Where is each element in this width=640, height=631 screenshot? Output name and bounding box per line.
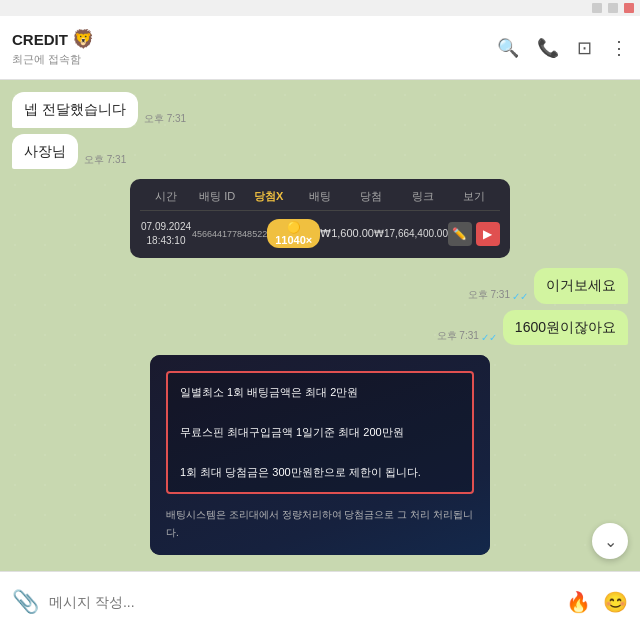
col-time: 시간	[140, 189, 191, 204]
play-button[interactable]: ▶	[476, 222, 500, 246]
header-info: CREDIT 🦁 최근에 접속함	[12, 28, 497, 67]
chat-header: CREDIT 🦁 최근에 접속함 🔍 📞 ⊡ ⋮	[0, 16, 640, 80]
minimize-button[interactable]	[592, 3, 602, 13]
message-bubble: 이거보세요	[534, 268, 628, 304]
received-message-1: 넵 전달했습니다 오후 7:31	[12, 92, 186, 128]
image-card-content: 일별최소 1회 배팅금액은 최대 2만원 무료스핀 최대구입금액 1일기준 최대…	[150, 355, 490, 555]
message-time: 오후 7:31	[144, 112, 186, 126]
message-time: 오후 7:31 ✓✓	[437, 329, 497, 343]
message-time: 오후 7:31	[84, 153, 126, 167]
col-link: 링크	[397, 189, 448, 204]
sent-message-1: 이거보세요 오후 7:31 ✓✓	[468, 268, 628, 304]
image-card-body: 배팅시스템은 조리대에서 정량처리하여 당첨금으로 그 처리 처리됩니다. 미는…	[166, 506, 474, 555]
close-button[interactable]	[624, 3, 634, 13]
chevron-down-icon: ⌄	[604, 532, 617, 551]
image-card: 일별최소 1회 배팅금액은 최대 2만원 무료스핀 최대구입금액 1일기준 최대…	[150, 355, 490, 555]
received-message-2: 사장님 오후 7:31	[12, 134, 126, 170]
red-box: 일별최소 1회 배팅금액은 최대 2만원 무료스핀 최대구입금액 1일기준 최대…	[166, 371, 474, 494]
title-bar	[0, 0, 640, 16]
multiplier-badge: 🟡 11040×	[267, 219, 320, 248]
col-view: 보기	[449, 189, 500, 204]
message-input[interactable]	[49, 594, 556, 610]
red-box-text: 일별최소 1회 배팅금액은 최대 2만원 무료스핀 최대구입금액 1일기준 최대…	[180, 383, 460, 482]
col-bet: 배팅	[294, 189, 345, 204]
edit-button[interactable]: ✏️	[448, 222, 472, 246]
col-win: 당첨	[346, 189, 397, 204]
row-multiplier: 🟡 11040×	[267, 219, 320, 248]
col-multiplier: 당첨X	[243, 189, 294, 204]
message-time: 오후 7:31 ✓✓	[468, 288, 528, 302]
row-time: 07.09.202418:43:10	[140, 220, 192, 248]
message-bubble: 사장님	[12, 134, 78, 170]
betting-card-row: 07.09.202418:43:10 456644177848522 🟡 110…	[140, 219, 500, 248]
header-title-row: CREDIT 🦁	[12, 28, 497, 50]
attach-icon[interactable]: 📎	[12, 589, 39, 615]
betting-card: 시간 배팅 ID 당첨X 배팅 당첨 링크 보기 07.09.202418:43…	[130, 179, 510, 258]
message-text: 사장님	[24, 143, 66, 159]
more-icon[interactable]: ⋮	[610, 37, 628, 59]
fire-icon[interactable]: 🔥	[566, 590, 591, 614]
betting-card-header: 시간 배팅 ID 당첨X 배팅 당첨 링크 보기	[140, 189, 500, 211]
read-check-icon: ✓✓	[512, 291, 528, 302]
messages-container: 넵 전달했습니다 오후 7:31 사장님 오후 7:31 시간 배팅 ID 당첨…	[0, 80, 640, 571]
chat-title: CREDIT	[12, 31, 68, 48]
input-bar: 📎 🔥 😊	[0, 571, 640, 631]
maximize-button[interactable]	[608, 3, 618, 13]
read-check-icon: ✓✓	[481, 332, 497, 343]
header-subtitle: 최근에 접속함	[12, 52, 497, 67]
message-bubble: 1600원이잖아요	[503, 310, 628, 346]
row-actions: ✏️ ▶	[448, 222, 500, 246]
message-bubble: 넵 전달했습니다	[12, 92, 138, 128]
search-icon[interactable]: 🔍	[497, 37, 519, 59]
title-emoji: 🦁	[72, 28, 94, 50]
message-text: 1600원이잖아요	[515, 319, 616, 335]
emoji-icon[interactable]: 😊	[603, 590, 628, 614]
row-bet: ₩1,600.00	[320, 227, 374, 240]
row-win: ₩17,664,400.00	[374, 228, 448, 239]
col-id: 배팅 ID	[191, 189, 242, 204]
row-id: 456644177848522	[192, 229, 267, 239]
phone-icon[interactable]: 📞	[537, 37, 559, 59]
header-icons: 🔍 📞 ⊡ ⋮	[497, 37, 628, 59]
layout-icon[interactable]: ⊡	[577, 37, 592, 59]
scroll-to-bottom-button[interactable]: ⌄	[592, 523, 628, 559]
chat-background: 넵 전달했습니다 오후 7:31 사장님 오후 7:31 시간 배팅 ID 당첨…	[0, 80, 640, 571]
sent-message-2: 1600원이잖아요 오후 7:31 ✓✓	[437, 310, 628, 346]
message-text: 이거보세요	[546, 277, 616, 293]
input-right-icons: 🔥 😊	[566, 590, 628, 614]
message-text: 넵 전달했습니다	[24, 101, 126, 117]
